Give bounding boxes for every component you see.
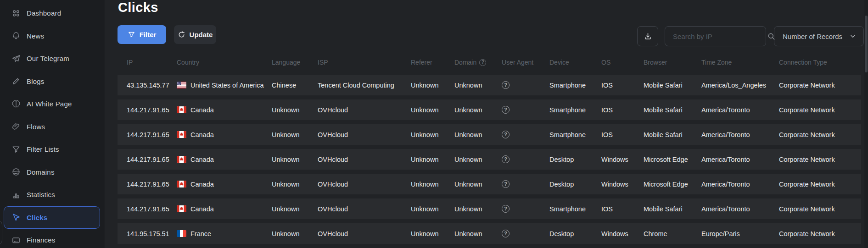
cell-time-zone: America/Toronto (701, 156, 779, 163)
cell-domain: Unknown (454, 230, 502, 237)
user-agent-info-icon[interactable]: ? (502, 106, 510, 114)
user-agent-info-icon[interactable]: ? (502, 205, 510, 213)
sidebar-item-label: Clicks (27, 214, 47, 221)
ca-flag-icon (177, 156, 186, 163)
cell-browser: Mobile Safari (644, 131, 701, 138)
sidebar-item-domains[interactable]: Domains (4, 161, 100, 184)
cell-domain: Unknown (454, 82, 502, 89)
vertical-scrollbar[interactable] (864, 0, 868, 248)
cell-os: IOS (601, 131, 644, 138)
cell-user-agent: ? (502, 131, 549, 138)
user-agent-info-icon[interactable]: ? (502, 131, 510, 138)
column-header-device: Device (549, 59, 601, 66)
cell-time-zone: America/Toronto (701, 131, 779, 138)
sidebar-item-label: Filter Lists (27, 145, 59, 153)
cell-country: France (177, 230, 272, 237)
cell-isp: OVHcloud (318, 230, 411, 237)
ca-flag-icon (177, 181, 186, 187)
fr-flag-icon (177, 230, 186, 237)
cell-time-zone: America/Toronto (701, 205, 779, 213)
telegram-plane-icon (11, 54, 21, 63)
cell-domain: Unknown (454, 131, 502, 138)
cell-connection-type: Corporate Network (779, 205, 861, 213)
cell-os: Windows (601, 156, 644, 163)
cell-country: United States of America (177, 82, 272, 89)
column-header-referer: Referer (411, 59, 454, 66)
sidebar-item-dashboard[interactable]: Dashboard (4, 2, 100, 25)
cell-device: Smartphone (549, 131, 601, 138)
sidebar-item-label: Finances (27, 236, 55, 244)
table-row[interactable]: 144.217.91.65 Canada Unknown OVHcloud Un… (118, 198, 861, 219)
filter-button-label: Filter (140, 31, 157, 39)
search-input[interactable] (665, 27, 767, 46)
cell-time-zone: America/Los_Angeles (701, 82, 779, 89)
sidebar-item-news[interactable]: News (4, 25, 100, 48)
cell-device: Smartphone (549, 205, 601, 213)
cell-time-zone: America/Toronto (701, 181, 779, 188)
user-agent-info-icon[interactable]: ? (502, 180, 510, 188)
cell-language: Unknown (272, 230, 318, 237)
cell-browser: Mobile Safari (644, 205, 701, 213)
sidebar-item-clicks[interactable]: Clicks (4, 206, 100, 229)
filter-button[interactable]: Filter (118, 25, 166, 44)
sidebar-item-ai-white-page[interactable]: AI White Page (4, 93, 100, 116)
scrollbar-thumb[interactable] (865, 16, 868, 72)
column-header-browser: Browser (644, 59, 701, 66)
cell-country: Canada (177, 106, 272, 114)
table-row[interactable]: 144.217.91.65 Canada Unknown OVHcloud Un… (118, 174, 861, 194)
cell-browser: Mobile Safari (644, 106, 701, 114)
sidebar-item-blogs[interactable]: Blogs (4, 70, 100, 93)
column-header-country: Country (177, 59, 272, 66)
cell-browser: Chrome (644, 230, 701, 237)
table-row[interactable]: 43.135.145.77 United States of America C… (118, 75, 861, 95)
table-row[interactable]: 141.95.175.51 France Unknown OVHcloud Un… (118, 223, 861, 244)
cell-domain: Unknown (454, 156, 502, 163)
sidebar-nav: Dashboard News Our Telegram Blogs AI Whi… (0, 2, 105, 248)
user-agent-info-icon[interactable]: ? (502, 81, 510, 89)
chevron-down-icon (849, 33, 857, 40)
table-row[interactable]: 144.217.91.65 Canada Unknown OVHcloud Un… (118, 124, 861, 145)
sidebar-item-finances[interactable]: Finances (4, 229, 100, 248)
cell-language: Chinese (272, 82, 318, 89)
sidebar: Dashboard News Our Telegram Blogs AI Whi… (0, 0, 105, 248)
cell-isp: OVHcloud (318, 156, 411, 163)
sidebar-item-our-telegram[interactable]: Our Telegram (4, 47, 100, 70)
update-button[interactable]: Update (174, 25, 216, 44)
cell-referer: Unknown (411, 106, 454, 114)
sidebar-item-label: Flows (27, 123, 45, 131)
cell-user-agent: ? (502, 205, 549, 213)
records-dropdown[interactable]: Number of Records (774, 26, 864, 46)
pencil-icon (11, 77, 21, 86)
cell-device: Desktop (549, 156, 601, 163)
column-header-user-agent: User Agent (502, 59, 549, 66)
export-download-button[interactable] (637, 26, 658, 46)
cell-connection-type: Corporate Network (779, 230, 861, 237)
sidebar-item-label: News (27, 32, 44, 40)
sidebar-item-label: Blogs (27, 77, 45, 85)
country-name: France (190, 230, 211, 237)
cell-user-agent: ? (502, 81, 549, 89)
offscreen-panel-edge (0, 220, 2, 245)
cell-device: Smartphone (549, 82, 601, 89)
sidebar-item-flows[interactable]: Flows (4, 116, 100, 138)
user-agent-info-icon[interactable]: ? (502, 230, 510, 237)
cell-ip: 43.135.145.77 (118, 82, 177, 89)
brain-icon (11, 99, 21, 109)
cell-ip: 141.95.175.51 (118, 230, 177, 237)
sidebar-item-label: AI White Page (27, 100, 72, 108)
ca-flag-icon (177, 205, 186, 212)
bell-icon (11, 31, 21, 40)
table-row[interactable]: 144.217.91.65 Canada Unknown OVHcloud Un… (118, 149, 861, 170)
sidebar-item-statistics[interactable]: Statistics (4, 183, 100, 206)
cell-isp: OVHcloud (318, 106, 411, 114)
cell-time-zone: Europe/Paris (701, 230, 779, 237)
cell-os: IOS (601, 205, 644, 213)
cell-language: Unknown (272, 106, 318, 114)
domain-help-icon[interactable]: ? (479, 59, 486, 66)
table-row[interactable]: 144.217.91.65 Canada Unknown OVHcloud Un… (118, 99, 861, 120)
column-header-ip: IP (118, 59, 177, 66)
user-agent-info-icon[interactable]: ? (502, 155, 510, 163)
sidebar-item-label: Statistics (27, 191, 55, 198)
sidebar-item-filter-lists[interactable]: Filter Lists (4, 138, 100, 161)
cell-connection-type: Corporate Network (779, 106, 861, 114)
